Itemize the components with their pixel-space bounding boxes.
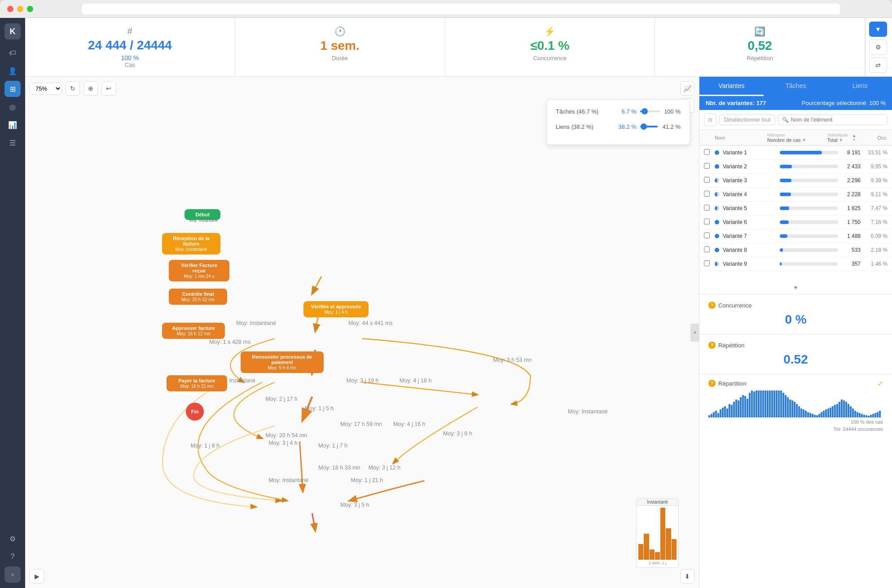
mini-map-footer: 1 sem. 1 j [637,560,678,566]
th-metrics-area: Métriques Nombre de cas ▼ Statistiques [767,133,848,143]
right-panel: Variantes Tâches Liens Nbr. de variantes… [699,77,892,588]
th-name: Nom [715,135,767,140]
repartition-bar [827,408,829,417]
repartition-section: ? Répartition ⤢ 100 % des cas Tot: 24444… [699,374,892,437]
variant-checkbox-3[interactable] [704,176,715,184]
repartition-bar [852,408,854,417]
variant-checkbox-2[interactable] [704,162,715,171]
sidebar-expand-button[interactable]: « [4,566,21,583]
variant-number-2: 2 433 [838,163,861,170]
sidebar-icon-user[interactable]: 👤 [4,63,21,79]
node-renouveler[interactable]: Renouveler processus de paiementMoy: 5 h… [241,351,324,373]
repartition-bar [859,413,861,417]
concurrence-help-icon[interactable]: ? [708,302,716,309]
node-verifiee[interactable]: Vérifiée et approuvéeMoy: 1 j 4 h [303,301,369,317]
variants-search-input[interactable] [791,117,883,123]
sidebar-icon-tag[interactable]: 🏷 [4,45,21,61]
variants-filter-icon[interactable]: ⊞ [704,114,716,126]
maximize-button[interactable] [27,6,33,12]
tab-liens[interactable]: Liens [828,77,892,96]
repartition-bar [789,399,791,417]
chart-type-button[interactable]: 📈 [680,81,694,96]
repartition-bar [841,399,843,417]
node-payer[interactable]: Payer la factureMoy: 16 h 21 mn [167,375,227,391]
node-verifier[interactable]: Vérifier Facture reçueMoy: 1 mn 24 s [169,260,229,281]
crosshair-button[interactable]: ⊕ [83,81,98,96]
minimize-button[interactable] [17,6,23,12]
panel-expand-button[interactable]: » [690,324,699,342]
close-button[interactable] [7,6,13,12]
repetition-help-icon[interactable]: ? [708,342,716,349]
sidebar-icon-target[interactable]: ◎ [4,99,21,115]
svg-text:Moy: 44 s 441 ms: Moy: 44 s 441 ms [348,320,393,326]
variant-checkbox-6[interactable] [704,218,715,226]
repartition-bar [751,391,753,417]
tab-taches[interactable]: Tâches [764,77,828,96]
download-button[interactable]: ⬇ [680,569,694,584]
th-nombre-cas[interactable]: Nombre de cas ▼ [767,137,806,143]
zoom-select[interactable]: 75% 50% 100% [30,83,62,95]
taches-value-right: 100 % [664,108,681,115]
repetition-title: Répétition [718,342,745,349]
replay-button[interactable]: ↩ [101,81,116,96]
node-fin[interactable]: Fin [186,403,204,421]
liens-value-right: 41.2 % [663,123,681,130]
variant-checkbox-7[interactable] [704,232,715,240]
repartition-bar [756,391,757,417]
repartition-bar [809,413,811,417]
sidebar-icon-list[interactable]: ☰ [4,135,21,151]
variant-checkbox-4[interactable] [704,190,715,198]
repartition-bar [870,415,872,417]
variant-checkbox-5[interactable] [704,204,715,212]
svg-text:Moy: 3 h 53 mn: Moy: 3 h 53 mn [493,357,532,363]
transform-button[interactable]: ⇄ [869,57,887,73]
variants-controls: ⊞ Désélectionner tout 🔍 [699,110,892,130]
repartition-bar [798,406,800,417]
variants-expand[interactable]: ▼ [699,281,892,294]
repartition-bar [771,391,773,417]
deselect-all-button[interactable]: Désélectionner tout [719,114,775,125]
sidebar-icon-help[interactable]: ? [4,549,21,565]
node-reception[interactable]: Réception de la factureMoy: Instantané [162,233,220,255]
titlebar [0,0,892,18]
variants-search-box[interactable]: 🔍 [778,114,888,125]
taches-filter-row: Tâches (46.7 %) 6.7 % 100 % [556,107,681,116]
taches-slider[interactable] [640,107,660,116]
graph-toolbar: 75% 50% 100% ↻ ⊕ ↩ [30,81,116,96]
node-controle[interactable]: Contrôle finalMoy: 20 h 52 mn [169,289,227,305]
svg-text:Moy: 20 h 54 mn: Moy: 20 h 54 mn [265,432,307,439]
repartition-bar [724,406,726,417]
variant-name-4: Variante 4 [715,191,780,197]
settings-alt-button[interactable]: ⚙ [869,39,887,55]
tab-variantes[interactable]: Variantes [699,77,764,96]
sidebar-icon-settings[interactable]: ⚙ [4,531,21,547]
variant-pct-9: 1.46 % [861,261,888,267]
repartition-bar [753,391,755,417]
svg-text:Moy: 1 j 8 h: Moy: 1 j 8 h [191,443,220,449]
url-bar[interactable] [82,4,840,14]
variant-name-3: Variante 3 [715,177,780,184]
refresh-button[interactable]: ↻ [66,81,80,96]
sidebar-icon-chart[interactable]: 📊 [4,117,21,133]
sidebar-icon-grid[interactable]: ⊞ [4,81,21,97]
variant-checkbox-9[interactable] [704,260,715,268]
variant-pct-5: 7.47 % [861,205,888,211]
variant-checkbox-8[interactable] [704,246,715,254]
filter-button[interactable]: ▼ [869,22,887,37]
svg-text:Moy: 2 j 17 h: Moy: 2 j 17 h [265,396,298,402]
node-approuver[interactable]: Approuver factureMoy: 16 h 12 mn [162,323,225,339]
variant-pct-6: 7.16 % [861,219,888,225]
repartition-bar [879,411,881,417]
repetition-metric: ? Répétition 0.52 [699,334,892,374]
th-total[interactable]: Total ▼ [827,137,848,143]
liens-slider[interactable] [640,122,659,131]
repartition-help-icon[interactable]: ? [708,380,716,387]
repartition-bar [738,400,739,417]
th-sort-arrows[interactable]: ▲ ▼ [850,134,859,142]
variant-number-1: 8 191 [838,149,861,156]
variant-checkbox-1[interactable] [704,149,715,157]
play-button[interactable]: ▶ [30,569,44,584]
repartition-bar [740,397,742,417]
variant-name-9: Variante 9 [715,261,780,267]
repartition-expand-icon[interactable]: ⤢ [878,380,883,387]
